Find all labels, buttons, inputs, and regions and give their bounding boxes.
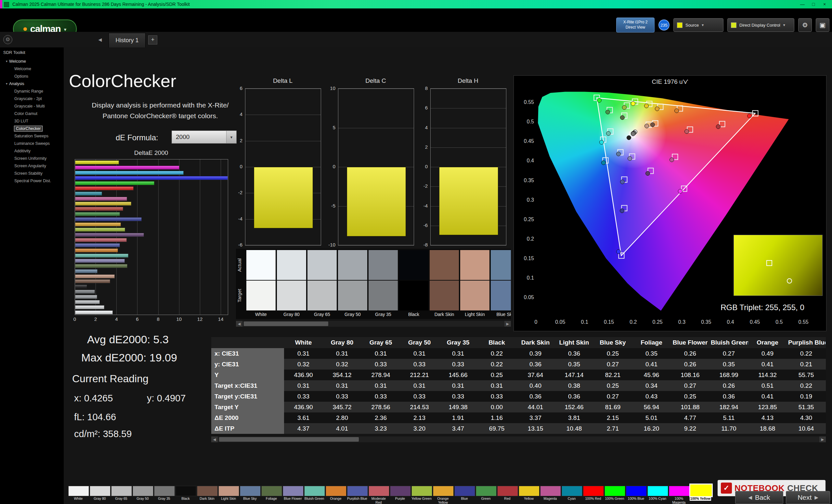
gear-icon[interactable]: ⚙ [798, 18, 812, 32]
row-label: ΔE ITP [211, 423, 284, 434]
tab-history-1[interactable]: History 1 [108, 33, 146, 48]
table-cell: 0.36 [709, 391, 748, 402]
sidebar-item-welcome[interactable]: Welcome [0, 65, 64, 73]
patch-100-green [604, 486, 625, 496]
scroll-right-icon[interactable]: ▶ [504, 321, 511, 327]
minimize-button[interactable]: — [797, 0, 808, 8]
table-cell: 4.37 [284, 423, 323, 434]
de-formula-dropdown[interactable]: 2000 ▾ [172, 131, 237, 143]
patch-label: Purplish Blue [346, 497, 368, 501]
y-tick-label: -2 [415, 183, 428, 189]
scroll-left-icon[interactable]: ◀ [236, 321, 242, 327]
x-tick-label: 8 [153, 316, 164, 322]
sidebar-item-spectral-power-dist[interactable]: Spectral Power Dist. [0, 177, 64, 185]
gridline [431, 245, 506, 245]
table-cell: 79.34 [826, 369, 826, 380]
measured-point [620, 115, 625, 120]
column-header-orange: Orange [748, 337, 787, 348]
close-button[interactable]: × [819, 0, 830, 8]
table-cell: 0.27 [671, 380, 709, 391]
sidebar-item-colorchecker[interactable]: ColorChecker [0, 125, 64, 132]
actual-target-swatch-strip: Actual Target WhiteGray 80Gray 65Gray 50… [236, 249, 511, 319]
table-scrollbar[interactable]: ◀ ▶ [211, 437, 826, 442]
scroll-left-icon[interactable]: ◀ [211, 437, 218, 442]
sidebar-item-saturation-sweeps[interactable]: Saturation Sweeps [0, 132, 64, 140]
y-tick-label: 0 [415, 164, 428, 169]
table-cell: 0.36 [555, 391, 594, 402]
sidebar-item-welcome[interactable]: ▾Welcome [0, 57, 64, 65]
patch-label: Red [497, 497, 518, 501]
deltae-bar-green [75, 212, 120, 216]
sidebar-item-additivity[interactable]: Additivity [0, 147, 64, 155]
sidebar-item-color-gamut[interactable]: Color Gamut [0, 110, 64, 117]
table-cell: 0.35 [555, 359, 594, 369]
table-cell: 81.69 [594, 402, 632, 413]
x-tick-label: 0 [69, 316, 80, 322]
table-cell: 0.36 [555, 348, 594, 359]
display-panel-icon[interactable]: ▣ [816, 18, 829, 32]
patch-gray-50 [133, 486, 153, 496]
sidebar-item-grayscale-multi[interactable]: Grayscale - Multi [0, 102, 64, 110]
display-control-dropdown[interactable]: Direct Display Control ▾ [727, 18, 794, 32]
x-tick-label: 0.45 [748, 319, 762, 325]
maximize-button[interactable]: □ [808, 0, 819, 8]
current-reading-heading: Current Reading [72, 373, 149, 385]
source-dropdown[interactable]: Source ▾ [673, 18, 724, 32]
table-cell: 82.21 [594, 369, 632, 380]
y-tick-label: -4 [415, 203, 428, 208]
table-cell: 101.88 [671, 402, 709, 413]
table-cell: 152.46 [555, 402, 594, 413]
table-cell: 55.75 [787, 369, 826, 380]
patch-dark-skin [197, 486, 218, 496]
table-cell: 2.13 [400, 413, 439, 423]
table-cell: 5.11 [709, 413, 748, 423]
deltae-bar-orange [75, 248, 118, 252]
meter-button[interactable]: X-Rite i1Pro 2 Direct View [616, 18, 654, 32]
deltae-bar-100-red [75, 187, 134, 190]
tab-scroll-left-icon[interactable]: ◀ [96, 36, 104, 44]
sidebar-item-analysis[interactable]: ▾Analysis [0, 80, 64, 87]
y-tick-label: 0 [322, 164, 335, 169]
patch-label: Magenta [540, 497, 561, 501]
table-cell: 3.61 [284, 413, 323, 423]
sidebar-item-luminance-sweeps[interactable]: Luminance Sweeps [0, 140, 64, 147]
deltae-bar-moderate-red [75, 238, 127, 242]
sidebar-item-3d-lut[interactable]: 3D LUT [0, 117, 64, 125]
patch-label: Moderate Red [368, 497, 389, 504]
cie-chart-panel: CIE 1976 u'v' 0.550.50.450.40.350.30.250… [514, 75, 827, 331]
table-cell: 0.21 [787, 359, 826, 369]
gridline [158, 160, 159, 315]
table-cell: 278.56 [361, 402, 400, 413]
y-tick-label: -10 [322, 242, 335, 248]
table-cell: 11.70 [709, 423, 748, 434]
table-cell: 1.91 [439, 413, 477, 423]
measured-point [620, 208, 624, 213]
x-tick-label: 0.25 [650, 319, 665, 325]
swatch-scrollbar[interactable]: ◀ ▶ [236, 321, 511, 327]
x-tick-label: 0.05 [553, 319, 568, 325]
y-tick-label: 0.4 [516, 158, 534, 164]
toolkit-home-button[interactable]: ⊙ [3, 35, 12, 44]
sidebar-item-screen-stability[interactable]: Screen Stability [0, 169, 64, 177]
scroll-right-icon[interactable]: ▶ [819, 437, 826, 442]
scrollbar-thumb[interactable] [244, 321, 328, 326]
add-tab-button[interactable]: + [148, 35, 157, 45]
sidebar-item-screen-uniformity[interactable]: Screen Uniformity [0, 155, 64, 162]
tab-label: History 1 [115, 37, 138, 44]
scrollbar-thumb[interactable] [219, 437, 359, 442]
x-tick-label: 0.4 [724, 319, 738, 325]
sidebar-item-screen-angularity[interactable]: Screen Angularity [0, 162, 64, 169]
sidebar-item-options[interactable]: Options [0, 73, 64, 80]
table-cell: 0.31 [439, 348, 477, 359]
back-button[interactable]: ◀ Back [735, 491, 783, 504]
gridline [431, 147, 506, 148]
table-row: x: CIE310.310.310.310.310.310.220.390.36… [211, 348, 826, 359]
table-cell: 1.16 [477, 413, 516, 423]
sidebar-item-grayscale-2pt[interactable]: Grayscale - 2pt [0, 95, 64, 102]
measured-point [620, 179, 625, 184]
gridline [245, 115, 321, 115]
row-label: Y [211, 369, 284, 380]
next-button[interactable]: Next ▶ [786, 491, 830, 504]
y-tick-label: 0.45 [516, 138, 534, 144]
sidebar-item-dynamic-range[interactable]: Dynamic Range [0, 87, 64, 95]
